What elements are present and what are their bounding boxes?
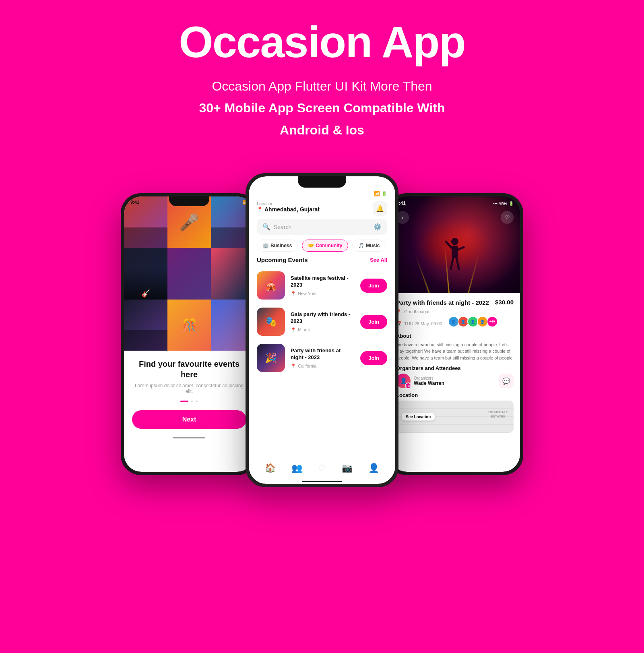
event-thumbnail-2: 🎭 [257, 308, 285, 336]
bottom-nav: 🏠 👥 ♡ 📷 👤 [249, 458, 395, 478]
search-bar[interactable]: 🔍 Search ⚙️ [257, 219, 387, 235]
organizer-info: 👤 +15 Organizers Wade Warren [396, 374, 444, 388]
about-text: We have a team but still missing a coupl… [396, 341, 514, 362]
status-time-left: 9:41 [130, 200, 139, 205]
tab-music[interactable]: 🎵 Music [352, 240, 386, 252]
event-card-1: 🎪 Satellite mega festival - 2023 📍 New Y… [249, 267, 395, 304]
grid-cell-5 [167, 248, 211, 300]
tab-business-label: Business [270, 243, 292, 248]
business-icon: 🏢 [263, 243, 269, 248]
location-title: Location [396, 392, 514, 398]
right-status-icons: ▪▪▪ WiFi 🔋 [493, 201, 514, 206]
detail-event-name: Party with friends at night - 2022 [396, 299, 491, 307]
nav-heart-icon[interactable]: ♡ [318, 463, 326, 473]
event-detail: Party with friends at night - 2022 $30.0… [390, 293, 520, 472]
center-content: 📶 🔋 Location 📍 Ahmedabad, Gujarat 🔔 [249, 176, 395, 484]
phone-right: 9:41 ▪▪▪ WiFi 🔋 ‹ ♡ [386, 193, 523, 475]
nav-profile-icon[interactable]: 👤 [368, 463, 379, 473]
dot-active [180, 401, 188, 402]
nav-camera-icon[interactable]: 📷 [342, 463, 353, 473]
event-info-3: Party with friends at night - 2023 📍 Cal… [291, 347, 355, 369]
right-content: 9:41 ▪▪▪ WiFi 🔋 ‹ ♡ [390, 196, 520, 472]
event-thumbnail-1: 🎪 [257, 271, 285, 300]
home-indicator-left [173, 437, 205, 438]
join-button-3[interactable]: Join [360, 351, 387, 365]
organizer-badge: +15 [405, 382, 411, 389]
location-name: 📍 Ahmedabad, Gujarat [257, 206, 320, 213]
grid-cell-8: 🎊 [167, 300, 211, 351]
pagination-dots [180, 401, 198, 402]
map-preview: See Location TROUSDALEESTATES [396, 401, 514, 433]
location-icon-3: 📍 [291, 364, 296, 369]
event-location-1: 📍 New York [291, 291, 355, 296]
message-button[interactable]: 💬 [499, 374, 514, 388]
attendee-more: +40 [487, 316, 498, 327]
event-card-2: 🎭 Gala party with friends - 2023 📍 Miami… [249, 304, 395, 340]
event-info-1: Satellite mega festival - 2023 📍 New Yor… [291, 275, 355, 296]
see-all-button[interactable]: See All [370, 257, 387, 263]
tab-community[interactable]: 🤝 Community [302, 240, 348, 252]
event-location-3: 📍 California [291, 364, 355, 369]
location-label: Location [257, 201, 320, 206]
about-title: About [396, 333, 514, 339]
notification-button[interactable]: 🔔 [373, 201, 387, 216]
next-button[interactable]: Next [132, 410, 246, 429]
tab-business[interactable]: 🏢 Business [257, 240, 298, 252]
light-beam-1 [415, 255, 430, 293]
filter-icon[interactable]: ⚙️ [374, 223, 382, 231]
map-area-label: TROUSDALEESTATES [488, 410, 508, 419]
event-title-row: Party with friends at night - 2022 $30.0… [396, 299, 514, 307]
left-bottom: Find your favourite events here Lorem ip… [124, 351, 254, 435]
light-beam-3 [468, 254, 479, 293]
location-section: Location See Location TROUSDALEESTATES [396, 392, 514, 433]
phone-center: 📶 🔋 Location 📍 Ahmedabad, Gujarat 🔔 [246, 173, 398, 487]
search-placeholder: Search [274, 224, 370, 230]
tab-community-label: Community [316, 243, 342, 248]
organizer-row: 👤 +15 Organizers Wade Warren 💬 [396, 374, 514, 388]
home-indicator-center [302, 481, 342, 482]
center-status-icons: 📶 🔋 [374, 191, 387, 196]
nav-home-icon[interactable]: 🏠 [265, 463, 276, 473]
grid-cell-7 [124, 300, 167, 351]
wifi-icon: WiFi [499, 201, 507, 206]
svg-point-0 [451, 238, 458, 245]
page-subtitle: Occasion App Flutter UI Kit More Then 30… [199, 75, 445, 141]
detail-price: $30.00 [495, 299, 514, 306]
left-title: Find your favourite events here [132, 359, 246, 380]
event-name-1: Satellite mega festival - 2023 [291, 275, 355, 289]
tab-music-label: Music [366, 243, 380, 248]
join-button-1[interactable]: Join [360, 279, 387, 293]
organizers-title: Organizers and Attendees [396, 365, 514, 371]
notch-center [298, 176, 346, 188]
event-card-3: 🎉 Party with friends at night - 2023 📍 C… [249, 340, 395, 376]
location-icon-2: 📍 [291, 327, 296, 333]
favorite-button[interactable]: ♡ [501, 211, 514, 224]
organizer-text: Organizers Wade Warren [414, 376, 444, 386]
organizer-label: Organizers [414, 376, 444, 380]
event-hero-image: 9:41 ▪▪▪ WiFi 🔋 ‹ ♡ [390, 196, 520, 293]
music-icon: 🎵 [358, 243, 364, 248]
map-grid: See Location TROUSDALEESTATES [396, 401, 514, 433]
phones-container: 9:41 📶 🎤 🎸 [121, 173, 523, 487]
page-title: Occasion App [179, 16, 465, 67]
left-subtitle: Lorem ipsum dolor sit amet, consectetur … [132, 383, 246, 394]
event-location-2: 📍 Miami [291, 327, 355, 333]
phone-left: 9:41 📶 🎤 🎸 [121, 193, 258, 475]
detail-date: 📅 THU 26 May, 09:00 👤 👤 👤 👤 +40 [396, 316, 514, 331]
see-location-button[interactable]: See Location [402, 413, 435, 421]
category-tabs: 🏢 Business 🤝 Community 🎵 Music [249, 240, 395, 256]
grid-cell-4: 🎸 [124, 248, 167, 300]
detail-location: 📍 Gandhinagar [396, 309, 514, 314]
location-icon-1: 📍 [291, 291, 296, 296]
search-icon: 🔍 [262, 223, 270, 231]
nav-people-icon[interactable]: 👥 [291, 463, 302, 473]
upcoming-events-label: Upcoming Events [257, 256, 308, 263]
svg-rect-1 [452, 246, 458, 258]
event-name-2: Gala party with friends - 2023 [291, 311, 355, 325]
join-button-2[interactable]: Join [360, 315, 387, 329]
battery-icon: 🔋 [509, 201, 514, 206]
organizer-name: Wade Warren [414, 380, 444, 386]
signal-icon: ▪▪▪ [493, 201, 497, 206]
event-info-2: Gala party with friends - 2023 📍 Miami [291, 311, 355, 333]
center-header: Location 📍 Ahmedabad, Gujarat 🔔 [249, 196, 395, 219]
